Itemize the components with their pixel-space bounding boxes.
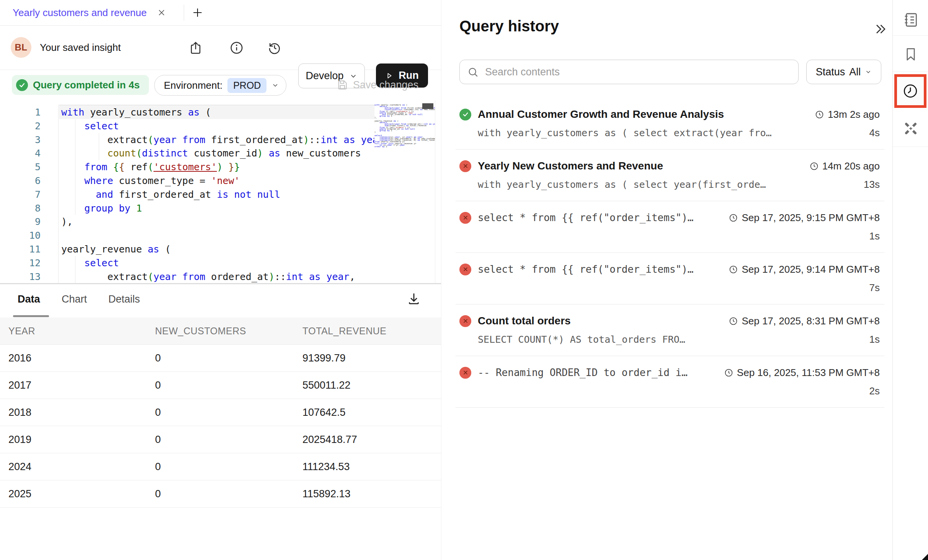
query-history-item[interactable]: Count total orders Sep 17, 2025, 8:31 PM… — [456, 304, 884, 356]
query-timestamp: Sep 17, 2025, 9:14 PM GMT+8 — [742, 264, 880, 275]
clock-icon — [902, 83, 919, 99]
tab-details[interactable]: Details — [108, 293, 140, 305]
collapse-panel-icon[interactable] — [873, 22, 887, 36]
line-number: 11 — [15, 243, 41, 256]
query-duration: 1s — [869, 334, 880, 345]
new-tab-button[interactable] — [191, 6, 204, 20]
clock-icon — [815, 110, 824, 119]
history-search — [459, 60, 799, 84]
code-line[interactable]: yearly_revenue as ( — [61, 243, 171, 256]
clock-icon — [724, 368, 734, 378]
history-icon[interactable] — [267, 41, 282, 55]
query-timestamp: Sep 17, 2025, 9:15 PM GMT+8 — [742, 212, 880, 224]
cell-new-customers: 0 — [155, 434, 302, 446]
table-row: 201902025418.77 — [0, 426, 441, 453]
tab-yearly-customers[interactable]: Yearly customers and revenue — [13, 0, 167, 25]
code-line[interactable]: select — [61, 256, 119, 270]
query-history-item[interactable]: Annual Customer Growth and Revenue Analy… — [456, 98, 884, 150]
environment-value-badge: PROD — [227, 78, 266, 93]
query-title: select * from {{ ref("order_items")… — [478, 264, 694, 275]
line-number: 12 — [15, 256, 41, 270]
error-icon — [459, 212, 471, 224]
code-line[interactable]: select — [61, 119, 119, 133]
window-resize-corner[interactable] — [922, 554, 928, 560]
query-history-item[interactable]: -- Renaming ORDER_ID to order_id i… Sep … — [456, 356, 884, 408]
cell-year: 2018 — [8, 407, 155, 418]
explore-icon[interactable] — [902, 119, 920, 138]
environment-selector[interactable]: Environment: PROD — [154, 75, 286, 96]
column-header-year: YEAR — [8, 326, 155, 337]
share-icon[interactable] — [188, 41, 203, 55]
error-icon — [459, 315, 471, 327]
notebook-icon[interactable] — [902, 11, 920, 29]
check-circle-icon — [16, 79, 28, 91]
query-status-pill: Query completed in 4s — [12, 75, 149, 95]
save-changes-button[interactable]: Save changes — [336, 75, 418, 95]
line-number: 2 — [15, 119, 41, 133]
query-title: Annual Customer Growth and Revenue Analy… — [478, 108, 724, 120]
saved-insight-label: Your saved insight — [40, 25, 121, 70]
code-line[interactable]: extract(year from ordered_at)::int as ye… — [61, 270, 355, 283]
table-row: 20170550011.22 — [0, 372, 441, 399]
column-header-total-revenue: TOTAL_REVENUE — [302, 326, 441, 337]
success-icon — [459, 109, 471, 120]
code-line[interactable]: ), — [61, 215, 73, 229]
search-input[interactable] — [460, 60, 798, 84]
chevron-down-icon — [865, 68, 872, 75]
query-duration: 4s — [869, 127, 880, 139]
info-icon[interactable] — [229, 41, 244, 55]
line-number: 13 — [15, 270, 41, 283]
tab-data[interactable]: Data — [18, 293, 40, 305]
query-status-text: Query completed in 4s — [33, 79, 140, 91]
cell-total-revenue: 111234.53 — [302, 461, 441, 473]
query-history-item[interactable]: select * from {{ ref("order_items")… Sep… — [456, 201, 884, 253]
query-preview: with yearly_customers as ( select extrac… — [478, 127, 772, 138]
query-history-item[interactable]: select * from {{ ref("order_items")… Sep… — [456, 253, 884, 304]
table-row: 2016091399.79 — [0, 345, 441, 372]
cell-year: 2019 — [8, 434, 155, 446]
code-line[interactable]: where customer_type = 'new' — [61, 174, 240, 188]
tab-close-icon[interactable] — [157, 8, 167, 18]
query-title: select * from {{ ref("order_items")… — [478, 212, 694, 223]
results-tab-bar: Data Chart Details — [0, 284, 441, 318]
environment-label: Environment: — [164, 80, 222, 91]
cell-new-customers: 0 — [155, 488, 302, 500]
code-minimap[interactable]: with yearly_customers as ( select extrac… — [374, 104, 435, 151]
tab-chart[interactable]: Chart — [62, 293, 87, 305]
code-line[interactable]: and first_ordered_at is not null — [61, 188, 280, 202]
query-history-panel: Query history Status All Annual Customer… — [441, 0, 892, 560]
cell-total-revenue: 550011.22 — [302, 379, 441, 391]
code-line[interactable]: extract(year from first_ordered_at)::int… — [61, 133, 390, 147]
code-line[interactable]: group by 1 — [61, 202, 142, 215]
cell-total-revenue: 107642.5 — [302, 407, 441, 418]
line-number: 10 — [15, 229, 41, 243]
cell-new-customers: 0 — [155, 379, 302, 391]
table-header-row: YEAR NEW_CUSTOMERS TOTAL_REVENUE — [0, 317, 441, 345]
query-duration: 7s — [869, 282, 880, 294]
save-changes-label: Save changes — [353, 79, 418, 91]
app-root: Yearly customers and revenue BL Your sav… — [0, 0, 928, 560]
editor-scrollbar-thumb[interactable] — [422, 103, 433, 109]
error-icon — [459, 160, 471, 172]
minimap-code: with yearly_customers as ( select extrac… — [374, 104, 405, 147]
right-icon-rail — [892, 0, 928, 560]
avatar[interactable]: BL — [11, 37, 31, 58]
query-title: -- Renaming ORDER_ID to order_id i… — [478, 367, 688, 378]
code-line[interactable]: with yearly_customers as ( — [61, 106, 211, 119]
bookmark-icon[interactable] — [902, 45, 920, 63]
gutter-separator — [58, 105, 59, 283]
rail-separator — [893, 72, 928, 72]
status-row: Query completed in 4s Environment: PROD … — [0, 70, 441, 100]
line-number: 8 — [15, 202, 41, 215]
query-history-item[interactable]: Yearly New Customers and Revenue 14m 20s… — [456, 150, 884, 201]
status-filter-dropdown[interactable]: Status All — [806, 60, 881, 84]
tab-bar: Yearly customers and revenue — [0, 0, 441, 26]
code-line[interactable]: from {{ ref('customers') }} — [61, 160, 240, 174]
code-line[interactable]: count(distinct customer_id) as new_custo… — [61, 147, 361, 160]
query-history-rail-button-active[interactable] — [894, 74, 926, 108]
cell-total-revenue: 2025418.77 — [302, 434, 441, 446]
sql-code-editor[interactable]: 12345678910111213 with yearly_customers … — [0, 100, 441, 283]
status-filter-value: All — [849, 66, 861, 78]
download-icon[interactable] — [406, 291, 422, 307]
cell-new-customers: 0 — [155, 407, 302, 418]
